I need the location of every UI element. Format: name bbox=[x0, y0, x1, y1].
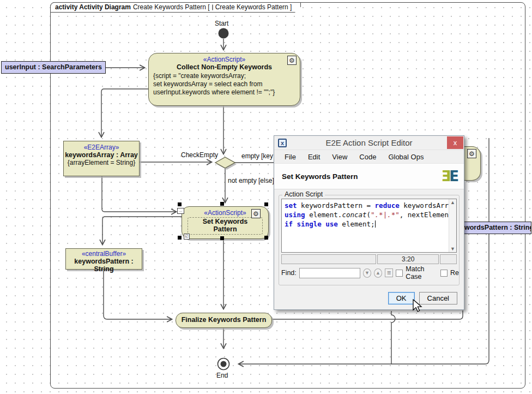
stereotype-label: «E2EArray» bbox=[64, 141, 139, 151]
find-next-button[interactable]: ▼ bbox=[363, 268, 371, 278]
start-label: Start bbox=[215, 20, 228, 27]
start-node bbox=[219, 28, 229, 39]
menu-edit[interactable]: Edit bbox=[302, 151, 326, 163]
text-caret bbox=[375, 220, 376, 228]
action-name-edit-box[interactable]: Set Keywords Pattern bbox=[188, 217, 263, 235]
caret-position: 3:20 bbox=[377, 254, 439, 264]
guard-empty-label: empty [key bbox=[241, 152, 273, 160]
selection-handle[interactable] bbox=[178, 236, 182, 240]
match-case-label: Match Case bbox=[406, 266, 438, 279]
cancel-button[interactable]: Cancel bbox=[419, 292, 457, 305]
end-node-inner bbox=[221, 361, 227, 367]
code-editor[interactable]: set keywordsPattern = reduce keywordsArr… bbox=[281, 199, 457, 253]
action-partially-hidden[interactable]: ⚙ bbox=[464, 146, 481, 181]
action-name-line2: Pattern bbox=[189, 225, 261, 233]
action-name-line1: Set Keywords bbox=[189, 218, 261, 225]
flow-array-to-set bbox=[102, 176, 176, 212]
selection-handle[interactable] bbox=[220, 202, 224, 206]
menu-code[interactable]: Code bbox=[353, 151, 382, 163]
selection-handle[interactable] bbox=[264, 202, 268, 206]
dialog-header: Set Keywords Pattern ƎE bbox=[274, 164, 464, 189]
frame-diagram-name: Create Keywords Pattern [ bbox=[133, 3, 210, 11]
find-label: Find: bbox=[281, 269, 297, 277]
keywords-pattern-object-label[interactable]: wordsPattern : String bbox=[461, 222, 531, 234]
action-name: Finalize Keywords Pattern bbox=[176, 313, 271, 324]
guard-not-empty-label: not empty [else] bbox=[228, 177, 274, 184]
diagram-icon bbox=[212, 4, 213, 10]
action-finalize-keywords-pattern[interactable]: Finalize Keywords Pattern bbox=[176, 313, 272, 328]
regex-checkbox[interactable] bbox=[440, 270, 448, 277]
dialog-titlebar[interactable]: x E2E Action Script Editor x bbox=[274, 136, 464, 150]
menu-bar: FileEditViewCodeGlobal Ops bbox=[274, 150, 464, 164]
script-line: userInput.keywords where element != "";"… bbox=[153, 88, 297, 97]
action-set-keywords-pattern[interactable]: ⚙ «ActionScript» Set Keywords Pattern bbox=[182, 206, 269, 239]
buffer-name: keywordsPattern : String bbox=[66, 258, 142, 273]
code-line: set keywordsPattern = reduce keywordsArr… bbox=[285, 201, 446, 210]
e2e-logo-icon: ƎE bbox=[441, 169, 457, 183]
corner-adorner-box[interactable]: ◱ bbox=[184, 234, 190, 240]
end-label: End bbox=[216, 372, 228, 379]
chevron-up-icon: ▲ bbox=[376, 270, 380, 276]
action-script-group: Action Script set keywordsPattern = redu… bbox=[279, 195, 460, 285]
regex-label: Re bbox=[450, 269, 459, 277]
match-case-checkbox[interactable] bbox=[396, 270, 403, 277]
object-node-keywords-array[interactable]: «E2EArray» keywordsArray : Array {arrayE… bbox=[63, 141, 140, 176]
menu-global-ops[interactable]: Global Ops bbox=[382, 151, 430, 163]
action-name: Collect Non-Empty Keywords bbox=[149, 63, 300, 71]
tagged-value: {arrayElement = String} bbox=[64, 159, 139, 166]
selection-handle[interactable] bbox=[264, 236, 268, 240]
dialog-title: E2E Action Script Editor bbox=[274, 138, 464, 147]
input-pin-box[interactable]: ... bbox=[177, 208, 184, 214]
central-buffer-node[interactable]: «centralBuffer» keywordsPattern : String bbox=[65, 248, 142, 270]
editor-scrollbar[interactable]: ▲ ▼ bbox=[449, 199, 456, 252]
flow-set-to-buffer bbox=[102, 217, 182, 244]
selection-handle[interactable] bbox=[178, 202, 182, 206]
stereotype-label: «centralBuffer» bbox=[66, 249, 142, 258]
status-segment bbox=[440, 254, 457, 264]
menu-file[interactable]: File bbox=[279, 151, 302, 163]
ok-button[interactable]: OK bbox=[388, 292, 415, 305]
editor-status-bar: 3:20 bbox=[281, 254, 457, 264]
userinput-object-label[interactable]: userInput : SearchParameters bbox=[1, 61, 106, 74]
frame-diagram-ref: Create Keywords Pattern ] bbox=[215, 3, 292, 11]
scroll-down-icon[interactable]: ▼ bbox=[449, 246, 456, 252]
gear-icon[interactable]: ⚙ bbox=[467, 149, 476, 158]
flow-collect-to-array bbox=[101, 89, 148, 137]
gear-icon[interactable]: ⚙ bbox=[287, 56, 297, 65]
stereotype-label: «ActionScript» bbox=[149, 53, 300, 63]
decision-name-label: CheckEmpty bbox=[181, 151, 218, 159]
selection-handle[interactable] bbox=[220, 236, 224, 240]
script-line: set keywordsArray = select each from bbox=[153, 80, 297, 88]
list-icon: ≣ bbox=[387, 270, 391, 276]
flow-buffer-to-finalize bbox=[104, 270, 172, 319]
flow-finalize-right bbox=[272, 311, 463, 319]
action-script-text: {script = "create keywordsArray;set keyw… bbox=[149, 71, 300, 97]
find-input[interactable] bbox=[299, 268, 360, 278]
highlight-all-button[interactable]: ≣ bbox=[385, 268, 393, 277]
action-script-editor-dialog: x E2E Action Script Editor x FileEditVie… bbox=[274, 135, 464, 310]
script-line: {script = "create keywordsArray; bbox=[153, 72, 297, 80]
gear-icon[interactable]: ⚙ bbox=[251, 209, 261, 218]
code-line: using element.concat(".*|.*", nextElemen… bbox=[285, 210, 446, 219]
find-bar: Find: ▼ ▲ ≣ Match Case Re bbox=[281, 266, 459, 279]
object-name: keywordsArray : Array bbox=[64, 151, 139, 159]
dialog-heading: Set Keywords Pattern bbox=[282, 172, 358, 181]
chevron-down-icon: ▼ bbox=[365, 270, 370, 276]
frame-kind-label: activity Activity Diagram bbox=[55, 3, 131, 11]
diagram-frame-header[interactable]: activity Activity Diagram Create Keyword… bbox=[50, 2, 301, 13]
group-label: Action Script bbox=[282, 190, 325, 198]
find-prev-button[interactable]: ▲ bbox=[374, 268, 382, 278]
mouse-cursor bbox=[413, 299, 425, 313]
menu-view[interactable]: View bbox=[326, 151, 353, 163]
code-line: if single use element; bbox=[285, 219, 446, 229]
activity-diagram-canvas: { "frame": { "kind_bold": "activity Acti… bbox=[0, 0, 532, 394]
status-segment bbox=[281, 254, 376, 264]
close-button[interactable]: x bbox=[447, 136, 463, 149]
close-icon: x bbox=[454, 139, 457, 147]
scroll-up-icon[interactable]: ▲ bbox=[449, 200, 456, 205]
action-collect-keywords[interactable]: ⚙ «ActionScript» Collect Non-Empty Keywo… bbox=[148, 53, 300, 106]
